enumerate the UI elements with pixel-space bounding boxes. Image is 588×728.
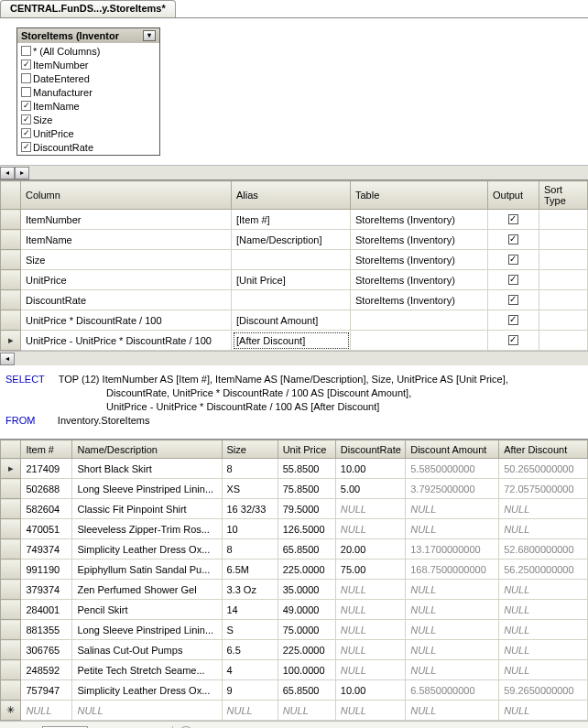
results-cell[interactable]: Simplicity Leather Dress Ox... (72, 680, 222, 701)
results-cell[interactable]: 50.2650000000 (499, 459, 588, 479)
results-grid[interactable]: Item # Name/Description Size Unit Price … (0, 440, 588, 721)
row-selector[interactable] (1, 459, 21, 479)
results-cell[interactable]: 6.5 (222, 640, 278, 660)
nav-first-button[interactable]: ▮◂ (5, 725, 22, 729)
criteria-cell-table[interactable]: StoreItems (Inventory) (351, 270, 488, 290)
criteria-header-sorttype[interactable]: Sort Type (539, 181, 588, 210)
results-cell[interactable]: NULL (335, 580, 405, 600)
results-cell[interactable]: 749374 (21, 539, 72, 560)
results-cell[interactable]: 5.00 (335, 479, 405, 499)
results-cell[interactable]: 10 (222, 519, 278, 539)
row-selector[interactable] (1, 600, 21, 620)
results-cell[interactable]: 379374 (21, 580, 72, 600)
criteria-cell-output[interactable] (488, 310, 539, 331)
results-cell[interactable]: 225.0000 (278, 640, 335, 660)
criteria-cell-sorttype[interactable] (539, 310, 588, 331)
criteria-cell-table[interactable]: StoreItems (Inventory) (351, 250, 488, 270)
criteria-cell-output[interactable] (488, 210, 539, 230)
results-row[interactable]: 749374Simplicity Leather Dress Ox...865.… (1, 539, 588, 560)
criteria-cell-output[interactable] (488, 270, 539, 290)
results-cell[interactable]: NULL (406, 519, 499, 539)
results-cell[interactable]: 306765 (21, 640, 72, 660)
results-cell[interactable]: NULL (406, 660, 499, 680)
criteria-row[interactable]: UnitPrice [Unit Price] StoreItems (Inven… (1, 270, 588, 290)
nav-next-button[interactable]: ▸ (114, 725, 130, 729)
column-checkbox[interactable] (21, 128, 31, 138)
diagram-column-item[interactable]: ItemNumber (19, 58, 158, 71)
results-cell[interactable]: 52.6800000000 (499, 539, 588, 560)
criteria-cell-column[interactable]: ItemName (21, 230, 232, 250)
results-cell[interactable]: NULL (21, 701, 72, 721)
criteria-cell-alias[interactable] (232, 290, 351, 310)
results-cell[interactable]: S (222, 620, 278, 640)
diagram-column-item[interactable]: Size (19, 113, 158, 126)
results-cell[interactable]: 59.2650000000 (499, 680, 588, 701)
results-cell[interactable]: NULL (406, 701, 499, 721)
results-row[interactable]: 991190Epiphyllum Satin Sandal Pu...6.5M2… (1, 560, 588, 580)
criteria-row[interactable]: Size StoreItems (Inventory) (1, 250, 588, 270)
criteria-cell-output[interactable] (488, 290, 539, 310)
results-cell[interactable]: 56.2500000000 (499, 560, 588, 580)
results-cell[interactable]: 65.8500 (278, 539, 335, 560)
results-cell[interactable]: NULL (335, 640, 405, 660)
results-header-discamount[interactable]: Discount Amount (406, 440, 499, 459)
results-cell[interactable]: 35.0000 (278, 580, 335, 600)
column-checkbox[interactable] (21, 46, 31, 56)
criteria-cell-column[interactable]: ItemNumber (21, 210, 232, 230)
results-cell[interactable]: 8 (222, 539, 278, 560)
criteria-cell-table[interactable]: StoreItems (Inventory) (351, 210, 488, 230)
results-cell[interactable]: NULL (406, 600, 499, 620)
criteria-cell-sorttype[interactable] (539, 210, 588, 230)
results-cell[interactable]: 72.0575000000 (499, 479, 588, 499)
results-row[interactable]: 470051Sleeveless Zipper-Trim Ros...10126… (1, 519, 588, 539)
results-cell[interactable]: NULL (499, 620, 588, 640)
results-cell[interactable]: Pencil Skirt (72, 600, 222, 620)
row-selector[interactable] (1, 640, 21, 660)
column-checkbox[interactable] (21, 60, 31, 70)
results-cell[interactable]: Long Sleeve Pinstriped Linin... (72, 479, 222, 499)
row-selector[interactable] (1, 230, 21, 250)
criteria-row[interactable]: DiscountRate StoreItems (Inventory) (1, 290, 588, 310)
output-checkbox[interactable] (508, 275, 518, 285)
results-cell[interactable]: 502688 (21, 479, 72, 499)
criteria-cell-column[interactable]: DiscountRate (21, 290, 232, 310)
column-checkbox[interactable] (21, 142, 31, 152)
results-cell[interactable]: NULL (406, 620, 499, 640)
diagram-column-item[interactable]: UnitPrice (19, 126, 158, 140)
results-cell[interactable]: NULL (499, 660, 588, 680)
results-cell[interactable]: NULL (406, 640, 499, 660)
row-selector[interactable] (1, 310, 21, 331)
row-selector[interactable] (1, 479, 21, 499)
sql-pane[interactable]: SELECT TOP (12) ItemNumber AS [Item #], … (0, 365, 588, 439)
results-cell[interactable]: 75.8500 (278, 479, 335, 499)
criteria-cell-output[interactable] (488, 331, 539, 351)
criteria-cell-table[interactable]: StoreItems (Inventory) (351, 230, 488, 250)
results-header-afterdisc[interactable]: After Discount (499, 440, 588, 459)
nav-prev-button[interactable]: ◂ (24, 725, 40, 729)
results-cell[interactable]: 757947 (21, 680, 72, 701)
criteria-cell-table[interactable]: StoreItems (Inventory) (351, 290, 488, 310)
criteria-row[interactable]: UnitPrice * DiscountRate / 100 [Discount… (1, 310, 588, 331)
criteria-cell-table[interactable] (351, 331, 488, 351)
results-cell[interactable]: NULL (278, 701, 335, 721)
row-selector[interactable]: ✳ (1, 701, 21, 721)
results-cell[interactable]: 75.0000 (278, 620, 335, 640)
results-cell[interactable]: NULL (72, 701, 222, 721)
output-checkbox[interactable] (508, 255, 518, 265)
row-selector[interactable] (1, 660, 21, 680)
criteria-grid[interactable]: Column Alias Table Output Sort Type Item… (0, 180, 588, 351)
results-cell[interactable]: NULL (406, 580, 499, 600)
results-cell[interactable]: 14 (222, 600, 278, 620)
results-cell[interactable]: 225.0000 (278, 560, 335, 580)
scroll-left-button[interactable]: ◂ (0, 353, 15, 365)
results-cell[interactable]: Short Black Skirt (72, 459, 222, 479)
results-cell[interactable]: NULL (335, 499, 405, 519)
results-cell[interactable]: 13.1700000000 (406, 539, 499, 560)
criteria-cell-alias[interactable]: [After Discount] (232, 331, 351, 351)
criteria-cell-sorttype[interactable] (539, 331, 588, 351)
criteria-cell-column[interactable]: UnitPrice * DiscountRate / 100 (21, 310, 232, 331)
results-cell[interactable]: 991190 (21, 560, 72, 580)
results-cell[interactable]: 49.0000 (278, 600, 335, 620)
results-cell[interactable]: 582604 (21, 499, 72, 519)
results-cell[interactable]: Epiphyllum Satin Sandal Pu... (72, 560, 222, 580)
